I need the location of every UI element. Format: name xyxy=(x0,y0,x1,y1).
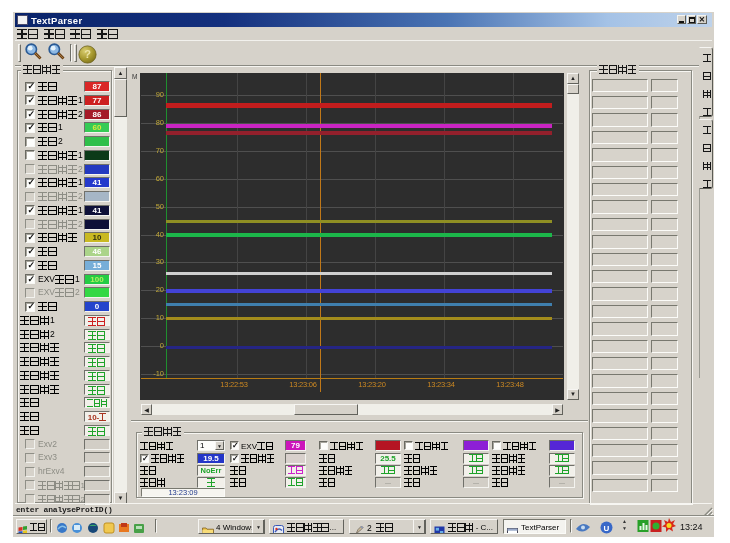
svg-text:?: ? xyxy=(84,48,91,60)
svg-text:U: U xyxy=(604,524,610,533)
